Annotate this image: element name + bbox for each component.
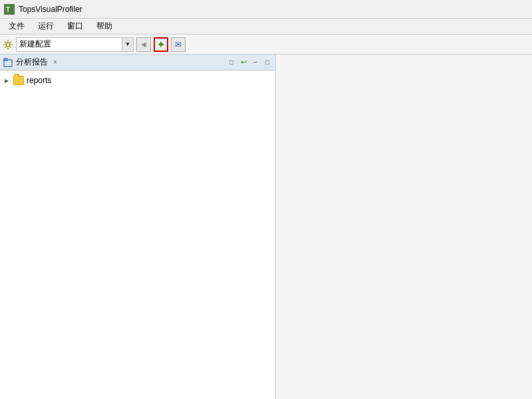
config-dropdown-arrow[interactable]: ▼ <box>122 37 134 52</box>
app-icon: T <box>4 4 15 15</box>
envelope-icon: ✉ <box>175 40 182 49</box>
maximize-icon: □ <box>229 59 233 66</box>
title-bar: T TopsVisualProfiler <box>0 0 532 19</box>
close-icon: □ <box>265 59 269 66</box>
restore-icon: ↩ <box>241 58 247 66</box>
tree-item-label: reports <box>27 76 51 85</box>
minimize-icon: − <box>253 59 257 66</box>
dropdown-arrow-icon: ▼ <box>125 41 130 47</box>
svg-text:T: T <box>6 6 10 13</box>
nav-back-button[interactable]: ◀ <box>136 37 151 52</box>
envelope-button[interactable]: ✉ <box>171 37 186 52</box>
tree-item-reports[interactable]: ▶ reports <box>0 73 275 88</box>
menu-run[interactable]: 运行 <box>32 19 60 34</box>
panel-minimize-button[interactable]: − <box>250 57 261 68</box>
svg-point-2 <box>6 43 10 47</box>
app-title: TopsVisualProfiler <box>19 5 82 14</box>
main-area: 分析报告 × □ ↩ − □ ▶ <box>0 55 532 399</box>
plus-icon: ✦ <box>157 39 165 50</box>
menu-window[interactable]: 窗口 <box>61 19 89 34</box>
nav-back-icon: ◀ <box>141 41 146 48</box>
panel-restore-button[interactable]: ↩ <box>238 57 249 68</box>
left-panel: 分析报告 × □ ↩ − □ ▶ <box>0 55 276 399</box>
panel-tab-right: □ ↩ − □ <box>226 57 273 68</box>
menu-help[interactable]: 帮助 <box>90 19 118 34</box>
panel-tab-header: 分析报告 × □ ↩ − □ <box>0 55 275 70</box>
menu-bar: 文件 运行 窗口 帮助 <box>0 19 532 35</box>
config-value: 新建配置 <box>19 39 51 50</box>
right-panel <box>276 55 532 399</box>
toolbar: 新建配置 ▼ ◀ ✦ ✉ <box>0 35 532 55</box>
panel-tab-label: 分析报告 <box>16 57 48 68</box>
config-icon <box>3 39 13 50</box>
panel-maximize-button[interactable]: □ <box>226 57 237 68</box>
add-config-button[interactable]: ✦ <box>154 37 168 52</box>
panel-tab-icon <box>3 57 13 68</box>
config-dropdown[interactable]: 新建配置 <box>16 37 122 52</box>
tree-view: ▶ reports <box>0 70 275 399</box>
panel-tab-close-button[interactable]: × <box>51 58 60 67</box>
menu-file[interactable]: 文件 <box>3 19 31 34</box>
folder-icon <box>13 76 24 85</box>
tree-expand-arrow[interactable]: ▶ <box>3 76 11 84</box>
panel-close-button[interactable]: □ <box>262 57 273 68</box>
panel-tab-left: 分析报告 × <box>3 57 60 68</box>
